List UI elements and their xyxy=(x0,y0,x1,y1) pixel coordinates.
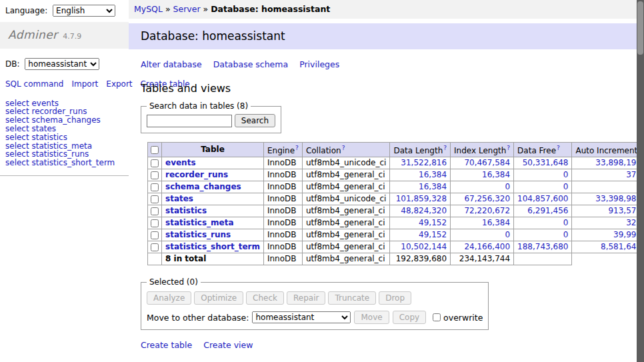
help-link[interactable]: ? xyxy=(342,145,345,151)
db-nav-link[interactable]: Database schema xyxy=(213,59,288,69)
row-checkbox[interactable] xyxy=(151,231,159,239)
help-link[interactable]: ? xyxy=(443,145,447,151)
sidebar-table-link[interactable]: select statistics_short_term xyxy=(5,159,123,167)
table-name-link[interactable]: schema_changes xyxy=(165,182,241,191)
table-name-link[interactable]: states xyxy=(165,194,193,203)
table-stat-link[interactable]: 16,384 xyxy=(419,170,447,179)
sidebar-action-link[interactable]: SQL command xyxy=(5,79,63,89)
selected-action-button[interactable]: Check xyxy=(246,291,284,305)
breadcrumb-link[interactable]: Server xyxy=(173,4,201,14)
cell-collation: utf8mb4_general_ci xyxy=(302,241,390,253)
table-stat-link[interactable]: 0 xyxy=(563,218,569,227)
footer-index-length: 234,143,744 xyxy=(451,253,514,265)
table-stat-link[interactable]: 6,291,456 xyxy=(527,206,568,215)
help-link[interactable]: ? xyxy=(507,145,510,151)
cell-index_length: 70,467,584 xyxy=(451,157,514,169)
table-stat-link[interactable]: 24,166,400 xyxy=(464,242,510,251)
move-button[interactable]: Move xyxy=(354,311,389,324)
scrollbar[interactable] xyxy=(637,0,644,362)
table-stat-link[interactable]: 70,467,584 xyxy=(464,158,510,167)
db-label: DB: xyxy=(5,59,20,69)
table-stat-link[interactable]: 0 xyxy=(505,230,510,239)
sidebar-table-link[interactable]: select states xyxy=(5,125,123,133)
table-name-link[interactable]: statistics xyxy=(165,206,207,215)
cell-name: statistics xyxy=(162,205,264,217)
table-name-link[interactable]: events xyxy=(165,158,196,167)
table-stat-link[interactable]: 67,256,320 xyxy=(464,194,510,203)
row-select-cell xyxy=(148,181,162,193)
language-select[interactable]: English xyxy=(53,5,115,17)
table-stat-link[interactable]: 31,522,816 xyxy=(401,158,447,167)
row-checkbox[interactable] xyxy=(151,243,159,251)
table-stat-link[interactable]: 49,152 xyxy=(419,218,447,227)
selected-action-button[interactable]: Analyze xyxy=(147,291,191,305)
table-stat-link[interactable]: 16,384 xyxy=(419,182,447,191)
row-checkbox[interactable] xyxy=(151,219,159,227)
table-name-link[interactable]: statistics_runs xyxy=(165,230,231,239)
table-stat-link[interactable]: 16,384 xyxy=(482,170,510,179)
cell-auto_increment: 325 xyxy=(572,217,644,229)
table-stat-link[interactable]: 0 xyxy=(563,182,569,191)
table-stat-link[interactable]: 0 xyxy=(563,170,569,179)
db-select[interactable]: homeassistant xyxy=(25,58,99,70)
table-stat-link[interactable]: 48,824,320 xyxy=(401,206,447,215)
selected-action-button[interactable]: Repair xyxy=(287,291,325,305)
table-name-link[interactable]: statistics_short_term xyxy=(165,242,260,251)
table-stat-link[interactable]: 33,398,984 xyxy=(595,194,641,203)
row-checkbox[interactable] xyxy=(151,159,159,167)
table-row: statistics_short_termInnoDButf8mb4_gener… xyxy=(148,241,644,253)
selected-action-button[interactable]: Optimize xyxy=(194,291,243,305)
move-label: Move to other database: xyxy=(147,313,249,323)
table-row: statistics_runsInnoDButf8mb4_general_ci4… xyxy=(148,229,644,241)
cell-index_length: 16,384 xyxy=(451,169,514,181)
overwrite-checkbox[interactable] xyxy=(433,313,441,321)
table-stat-link[interactable]: 0 xyxy=(563,230,569,239)
sidebar-table-link[interactable]: select statistics xyxy=(5,133,123,142)
row-select-cell xyxy=(148,157,162,169)
breadcrumb-link[interactable]: MySQL xyxy=(134,4,163,14)
help-link[interactable]: ? xyxy=(295,145,299,151)
db-nav-link[interactable]: Privileges xyxy=(299,59,339,69)
db-nav-link[interactable]: Alter database xyxy=(141,59,202,69)
search-button[interactable]: Search xyxy=(235,114,275,127)
table-name-link[interactable]: statistics_meta xyxy=(165,218,234,227)
table-stat-link[interactable]: 49,152 xyxy=(419,230,447,239)
app-version: 4.7.9 xyxy=(63,32,81,41)
table-stat-link[interactable]: 104,857,600 xyxy=(517,194,568,203)
table-stat-link[interactable]: 8,581,645 xyxy=(601,242,641,251)
sidebar-action-link[interactable]: Import xyxy=(71,79,98,89)
app-header: Adminer 4.7.9 xyxy=(0,22,129,49)
search-input[interactable] xyxy=(147,115,232,127)
row-select-cell xyxy=(148,241,162,253)
create-link[interactable]: Create view xyxy=(203,340,253,350)
row-checkbox[interactable] xyxy=(151,171,159,179)
select-all-checkbox[interactable] xyxy=(151,146,159,154)
table-stat-link[interactable]: 188,743,680 xyxy=(517,242,568,251)
selected-action-button[interactable]: Drop xyxy=(379,291,411,305)
cell-engine: InnoDB xyxy=(263,193,302,205)
table-stat-link[interactable]: 0 xyxy=(505,182,510,191)
cell-collation: utf8mb4_general_ci xyxy=(302,181,390,193)
create-link[interactable]: Create table xyxy=(141,340,192,350)
move-db-select[interactable]: homeassistant xyxy=(252,311,351,323)
table-stat-link[interactable]: 72,220,672 xyxy=(464,206,510,215)
table-stat-link[interactable]: 50,331,648 xyxy=(523,158,569,167)
sidebar-actions: SQL commandImportExportCreate table xyxy=(0,71,123,91)
table-stat-link[interactable]: 101,859,328 xyxy=(396,194,447,203)
help-link[interactable]: ? xyxy=(557,145,560,151)
footer-engine: InnoDB xyxy=(263,253,302,265)
row-checkbox[interactable] xyxy=(151,195,159,203)
row-select-cell xyxy=(148,205,162,217)
row-select-cell xyxy=(148,169,162,181)
row-checkbox[interactable] xyxy=(151,183,159,191)
row-checkbox[interactable] xyxy=(151,207,159,215)
table-stat-link[interactable]: 33,898,196 xyxy=(595,158,641,167)
table-row: statisticsInnoDButf8mb4_general_ci48,824… xyxy=(148,205,644,217)
copy-button[interactable]: Copy xyxy=(393,311,426,324)
cell-auto_increment: 39,999 xyxy=(572,229,644,241)
table-stat-link[interactable]: 16,384 xyxy=(482,218,510,227)
table-stat-link[interactable]: 10,502,144 xyxy=(401,242,447,251)
table-name-link[interactable]: recorder_runs xyxy=(165,170,228,179)
scrollbar-thumb[interactable] xyxy=(637,1,643,55)
selected-action-button[interactable]: Truncate xyxy=(328,291,376,305)
